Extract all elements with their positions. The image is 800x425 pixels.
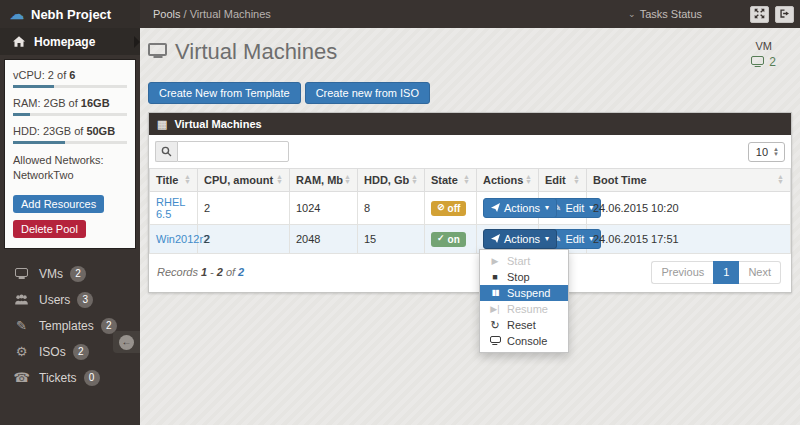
panel-footer: Records1-2of2 Previous 1 Next	[149, 254, 791, 291]
column-header-state[interactable]: ▲▼State	[425, 169, 477, 192]
pagination-next-button[interactable]: Next	[739, 261, 781, 283]
ram-progress-track	[13, 113, 127, 116]
table-header-row: ▲▼Title ▲▼CPU, amount ▲▼RAM, Mb ▲▼HDD, G…	[150, 169, 791, 192]
isos-count-badge: 2	[73, 344, 89, 360]
console-monitor-icon	[489, 336, 501, 346]
hdd-stat: HDD: 23GB of 50GB	[13, 125, 127, 137]
pagination-page-1-button[interactable]: 1	[713, 261, 739, 283]
expand-arrows-icon	[754, 5, 765, 23]
menu-item-reset[interactable]: ↻ Reset	[480, 317, 568, 333]
page-size-select[interactable]: 10 ▲▼	[748, 142, 785, 162]
table-row: Win2012r2 2 2048 15 ✓on Actions▾ ▶	[150, 225, 791, 254]
vm-table: ▲▼Title ▲▼CPU, amount ▲▼RAM, Mb ▲▼HDD, G…	[149, 168, 791, 254]
breadcrumb-pools-link[interactable]: Pools	[153, 8, 181, 20]
sidebar: Homepage vCPU: 2 of 6 RAM: 2GB of 16GB H…	[0, 28, 140, 425]
actions-dropdown-button-open[interactable]: Actions▾	[483, 229, 557, 249]
sidebar-item-vms[interactable]: VMs 2	[0, 261, 140, 287]
users-icon	[13, 294, 30, 305]
hdd-cell: 8	[358, 192, 425, 225]
vm-counter-label: VM	[751, 40, 776, 52]
sort-icon[interactable]: ▲▼	[344, 175, 351, 184]
chevron-down-icon: ⌄	[628, 9, 636, 19]
delete-pool-button[interactable]: Delete Pool	[13, 220, 86, 238]
sort-icon[interactable]: ▲▼	[276, 175, 283, 184]
main-content: Virtual Machines VM 2 Create New from Te…	[140, 28, 800, 425]
actions-dropdown-button[interactable]: Actions▾	[483, 198, 557, 218]
actions-dropdown-menu: ▶ Start ■ Stop ▮▮ Suspend	[479, 249, 569, 353]
hdd-progress-fill	[13, 141, 65, 144]
add-resources-button[interactable]: Add Resources	[13, 195, 104, 213]
heading-row: Virtual Machines VM 2	[148, 39, 792, 69]
table-grid-icon: ▦	[157, 119, 167, 130]
column-header-edit[interactable]: ▲▼Edit	[539, 169, 587, 192]
sort-icon[interactable]: ▲▼	[463, 175, 470, 184]
page-size-value: 10	[756, 146, 768, 158]
logout-button[interactable]	[775, 6, 794, 23]
monitor-icon	[13, 268, 30, 280]
monitor-icon	[148, 43, 167, 56]
table-row: RHEL 6.5 2 1024 8 ⊘off Actions▾ ✎	[150, 192, 791, 225]
sort-icon[interactable]: ▲▼	[411, 175, 418, 184]
column-header-title[interactable]: ▲▼Title	[150, 169, 198, 192]
pause-icon: ▮▮	[489, 289, 501, 297]
ban-icon: ⊘	[437, 203, 445, 213]
sidebar-item-label: Homepage	[34, 35, 95, 49]
menu-item-suspend[interactable]: ▮▮ Suspend	[480, 285, 568, 301]
create-from-template-button[interactable]: Create New from Template	[148, 82, 301, 104]
check-icon: ✓	[437, 234, 445, 244]
sidebar-item-users[interactable]: Users 3	[0, 287, 140, 313]
sidebar-item-homepage[interactable]: Homepage	[0, 28, 140, 55]
monitor-icon	[751, 56, 764, 65]
ram-stat: RAM: 2GB of 16GB	[13, 97, 127, 109]
panel-header: ▦ Virtual Machines	[149, 113, 791, 135]
ram-cell: 1024	[290, 192, 358, 225]
resources-card: vCPU: 2 of 6 RAM: 2GB of 16GB HDD: 23GB …	[4, 59, 136, 249]
menu-item-start[interactable]: ▶ Start	[480, 253, 568, 269]
send-icon	[491, 201, 500, 215]
sort-icon[interactable]: ▲▼	[777, 175, 784, 184]
vcpu-progress-fill	[13, 85, 54, 88]
refresh-icon: ↻	[489, 320, 501, 331]
fullscreen-button[interactable]	[750, 6, 769, 23]
search-input[interactable]	[177, 141, 289, 162]
menu-item-stop[interactable]: ■ Stop	[480, 269, 568, 285]
sort-icon[interactable]: ▲▼	[184, 175, 191, 184]
column-header-boot-time[interactable]: ▲▼Boot Time	[587, 169, 791, 192]
column-header-cpu[interactable]: ▲▼CPU, amount	[198, 169, 290, 192]
cpu-cell: 2	[198, 225, 290, 254]
cpu-cell: 2	[198, 192, 290, 225]
edit-pencil-icon: ✎	[13, 319, 30, 332]
gears-icon: ⚙	[13, 345, 30, 358]
home-icon	[13, 36, 25, 47]
send-icon	[491, 232, 500, 246]
hdd-progress-track	[13, 141, 127, 144]
vm-title-link[interactable]: Win2012r2	[156, 233, 209, 245]
table-toolbar: 10 ▲▼	[149, 135, 791, 168]
column-header-hdd[interactable]: ▲▼HDD, Gb	[358, 169, 425, 192]
sidebar-collapse-button[interactable]: ←	[113, 331, 140, 353]
vm-title-link[interactable]: RHEL 6.5	[156, 196, 185, 220]
state-badge-off: ⊘off	[431, 201, 466, 216]
allowed-networks-value: NetworkTwo	[13, 168, 127, 183]
create-from-iso-button[interactable]: Create new from ISO	[305, 82, 430, 104]
menu-item-resume[interactable]: ▶| Resume	[480, 301, 568, 317]
allowed-networks-label: Allowed Networks:	[13, 153, 127, 168]
play-icon: ▶	[489, 257, 501, 266]
sidebar-item-label: VMs	[39, 267, 63, 281]
sidebar-item-label: Tickets	[39, 371, 77, 385]
panel-title: Virtual Machines	[174, 118, 261, 130]
sidebar-item-label: ISOs	[39, 345, 66, 359]
breadcrumb-current: Virtual Machines	[190, 8, 271, 20]
sort-icon[interactable]: ▲▼	[525, 175, 532, 184]
tasks-status-dropdown[interactable]: ⌄ Tasks Status	[628, 8, 702, 20]
column-header-ram[interactable]: ▲▼RAM, Mb	[290, 169, 358, 192]
sidebar-item-tickets[interactable]: ☎ Tickets 0	[0, 365, 140, 391]
menu-item-console[interactable]: Console	[480, 333, 568, 349]
pagination-previous-button[interactable]: Previous	[651, 261, 713, 283]
phone-icon: ☎	[13, 371, 30, 384]
app-brand[interactable]: ☁ Nebh Project	[0, 0, 140, 28]
vm-counter-value: 2	[769, 55, 776, 69]
sort-icon[interactable]: ▲▼	[573, 175, 580, 184]
column-header-actions[interactable]: ▲▼Actions	[477, 169, 539, 192]
step-forward-icon: ▶|	[489, 305, 501, 314]
